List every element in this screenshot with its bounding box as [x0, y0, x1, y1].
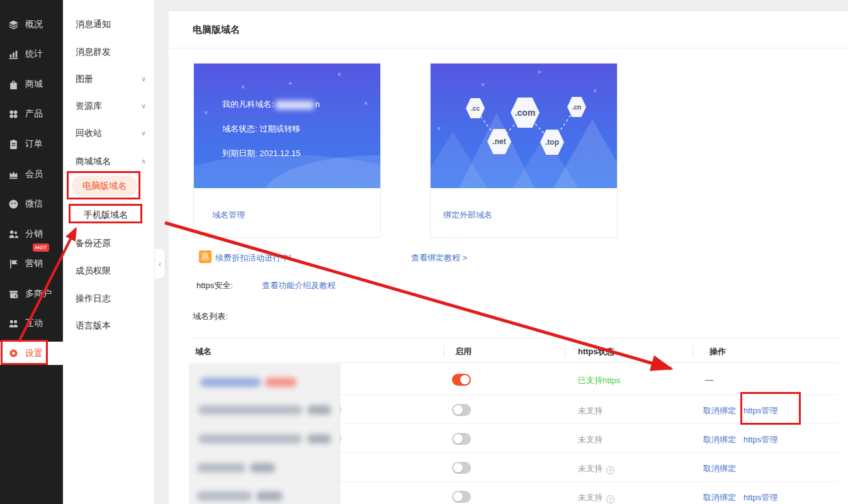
submenu-item-member-permissions[interactable]: 成员权限 — [63, 261, 155, 280]
chevron-down-icon: ∨ — [141, 123, 146, 142]
renewal-discount-link[interactable]: 续费折扣活动进行中! — [215, 252, 291, 264]
redacted-domain — [198, 405, 302, 415]
fanke-domain-card: × × × × + 我的凡科域名:n 域名状态: 过期或转移 到期日期: 202… — [193, 63, 381, 238]
sidebar-item-wechat[interactable]: 微信 — [0, 193, 63, 215]
redacted-domain — [198, 434, 302, 444]
submenu-item-albums[interactable]: 图册∨ — [63, 69, 155, 88]
external-domain-banner: × + × × .cc .com .cn .net .top — [431, 64, 617, 188]
store-icon — [8, 289, 19, 300]
sidebar-item-label: 营销 — [25, 258, 43, 269]
unbind-link[interactable]: 取消绑定 — [703, 493, 736, 502]
sidebar-item-label: 会员 — [25, 169, 43, 180]
submenu-item-pc-domain[interactable]: 电脑版域名 — [72, 176, 137, 196]
fanke-domain-line: 我的凡科域名:n — [222, 99, 320, 110]
enable-toggle[interactable] — [452, 404, 471, 416]
chevron-down-icon: ∨ — [141, 96, 146, 115]
sidebar-item-label: 概况 — [25, 19, 43, 30]
sidebar-item-overview[interactable]: 概况 — [0, 13, 63, 36]
help-icon[interactable]: ? — [606, 466, 614, 474]
sidebar-item-marketing[interactable]: 营销 HOT — [0, 252, 63, 275]
title-divider — [169, 48, 848, 48]
submenu-item-language-version[interactable]: 语言版本 — [63, 316, 155, 335]
primary-sidebar: 概况 统计 商城 产品 订单 会员 微信 分销 营销 HOT 多商户 互动 — [0, 0, 63, 504]
help-icon[interactable]: ? — [606, 495, 614, 503]
col-actions: 操作 — [709, 346, 726, 357]
sidebar-item-orders[interactable]: 订单 — [0, 133, 63, 155]
discount-badge-icon: 惠 — [199, 250, 212, 263]
enable-toggle[interactable] — [452, 374, 471, 386]
page-title: 电脑版域名 — [193, 24, 240, 36]
enable-toggle[interactable] — [452, 491, 471, 503]
https-manage-link[interactable]: https管理 — [743, 493, 777, 502]
row-actions: 取消绑定https管理 — [703, 405, 785, 417]
submenu-item-recycle-bin[interactable]: 回收站∨ — [63, 123, 155, 142]
enable-toggle[interactable] — [452, 462, 471, 474]
hot-badge: HOT — [33, 244, 49, 252]
sidebar-item-label: 设置 — [25, 348, 43, 359]
sidebar-item-label: 分销 — [25, 228, 43, 240]
https-status: 未支持 — [578, 405, 602, 417]
redacted-domain — [265, 378, 297, 387]
redacted-domain — [197, 491, 252, 501]
submenu-item-mall-domain[interactable]: 商城域名∧ — [63, 152, 155, 171]
submenu-item-message-notice[interactable]: 消息通知 — [63, 14, 155, 33]
col-domain: 域名 — [195, 346, 212, 357]
https-manage-link[interactable]: https管理 — [743, 406, 777, 415]
flag-icon — [8, 259, 19, 269]
layers-icon — [8, 20, 19, 30]
people-icon — [8, 229, 19, 240]
expiry-date-line: 到期日期: 2021.12.15 — [222, 148, 300, 159]
submenu-item-message-bulk[interactable]: 消息群发 — [63, 42, 155, 61]
submenu-item-resources[interactable]: 资源库∨ — [63, 96, 155, 115]
https-status: 已支持https — [578, 375, 620, 386]
sidebar-item-settings[interactable]: 设置 — [0, 342, 63, 365]
unbind-link[interactable]: 取消绑定 — [703, 464, 736, 473]
sidebar-item-label: 商城 — [25, 79, 43, 90]
four-dots-icon — [8, 109, 19, 120]
row-actions: 取消绑定https管理 — [703, 492, 785, 503]
redacted-domain — [307, 434, 331, 444]
sidebar-item-stats[interactable]: 统计 — [0, 43, 63, 65]
enable-toggle[interactable] — [452, 433, 471, 445]
table-header: 域名 启用 https状态 操作 — [193, 338, 838, 363]
bar-chart-icon — [8, 49, 19, 60]
secondary-sidebar: 消息通知 消息群发 图册∨ 资源库∨ 回收站∨ 商城域名∧ 手机版域名 备份还原… — [63, 0, 155, 504]
bind-external-domain-link[interactable]: 绑定外部域名 — [443, 210, 492, 221]
action-none: — — [705, 375, 713, 384]
sidebar-item-label: 产品 — [25, 108, 43, 120]
binding-tutorial-link[interactable]: 查看绑定教程 > — [411, 252, 467, 264]
sidebar-item-label: 互动 — [25, 318, 43, 329]
chevron-up-icon: ∧ — [141, 152, 146, 171]
sidebar-item-interaction[interactable]: 互动 — [0, 312, 63, 335]
redacted-domain — [256, 491, 283, 501]
sidebar-item-products[interactable]: 产品 — [0, 103, 63, 125]
sidebar-collapse-handle[interactable]: ‹ — [155, 248, 166, 279]
shopping-bag-icon — [8, 79, 19, 90]
sidebar-item-members[interactable]: 会员 — [0, 163, 63, 186]
https-intro-tutorial-link[interactable]: 查看功能介绍及教程 — [262, 280, 336, 291]
chevron-down-icon: ∨ — [141, 69, 146, 88]
https-status: 未支持 — [578, 434, 602, 445]
sidebar-item-mall[interactable]: 商城 — [0, 73, 63, 96]
redacted-domain — [250, 463, 275, 473]
external-domain-card: × + × × .cc .com .cn .net .top 绑定外部域名 — [430, 63, 618, 238]
sidebar-item-label: 多商户 — [25, 288, 52, 300]
unbind-link[interactable]: 取消绑定 — [703, 435, 736, 444]
sidebar-item-label: 订单 — [25, 138, 43, 150]
domain-manage-link[interactable]: 域名管理 — [212, 210, 245, 221]
redacted-domain — [307, 405, 331, 415]
redacted-domain — [275, 101, 314, 109]
redacted-domain — [200, 378, 261, 387]
col-https-status: https状态 — [578, 346, 614, 357]
two-people-icon — [8, 318, 19, 329]
fanke-domain-banner: × × × × + 我的凡科域名:n 域名状态: 过期或转移 到期日期: 202… — [194, 64, 380, 188]
https-manage-link[interactable]: https管理 — [743, 435, 777, 444]
row-actions: 取消绑定 — [703, 463, 743, 474]
submenu-item-backup-restore[interactable]: 备份还原 — [63, 233, 155, 252]
sidebar-item-multimerchant[interactable]: 多商户 — [0, 283, 63, 305]
clipboard-icon — [8, 139, 19, 150]
sidebar-item-distribution[interactable]: 分销 — [0, 223, 63, 245]
unbind-link[interactable]: 取消绑定 — [703, 406, 736, 415]
submenu-item-operation-log[interactable]: 操作日志 — [63, 289, 155, 308]
submenu-item-mobile-domain[interactable]: 手机版域名 — [63, 205, 155, 224]
